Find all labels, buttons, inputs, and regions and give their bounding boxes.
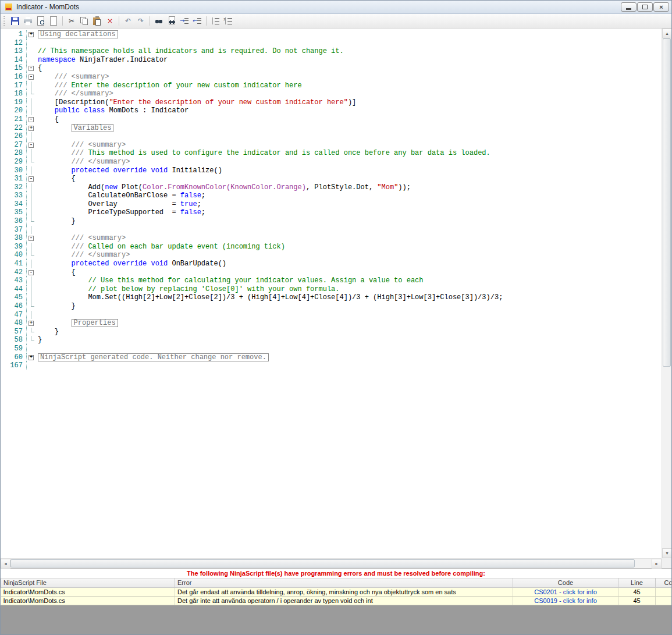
code-line[interactable]: 19 [Description("Enter the description o… — [1, 98, 662, 107]
code-line[interactable]: 60+NinjaScript generated code. Neither c… — [1, 353, 662, 362]
code-line[interactable]: 28 /// This method is used to configure … — [1, 149, 662, 158]
code-line[interactable]: 58} — [1, 336, 662, 345]
code-line[interactable]: 37 — [1, 226, 662, 235]
column-header-column[interactable]: Column▽ — [656, 579, 672, 588]
undo-button[interactable]: ↶ — [122, 15, 134, 27]
code-line[interactable]: 16- /// <summary> — [1, 73, 662, 81]
collapse-region-icon[interactable]: - — [29, 143, 34, 148]
code-line[interactable]: 38- /// <summary> — [1, 234, 662, 243]
code-line[interactable]: 17 /// Enter the description of your new… — [1, 81, 662, 90]
code-line[interactable]: 36 } — [1, 217, 662, 226]
find-button[interactable] — [152, 15, 165, 27]
scroll-up-button[interactable]: ▴ — [662, 29, 672, 38]
code-editor[interactable]: 1+Using declarations1213// This namespac… — [1, 29, 671, 568]
code-line[interactable]: 48+ Properties — [1, 319, 662, 328]
code-line[interactable]: 20 public class MomDots : Indicator — [1, 107, 662, 115]
collapsed-region-box[interactable]: Variables — [72, 124, 114, 132]
code-line[interactable]: 42- { — [1, 268, 662, 277]
collapse-region-icon[interactable]: - — [29, 236, 34, 241]
expand-region-icon[interactable]: + — [29, 355, 34, 360]
collapse-regions-button[interactable]: ² — [222, 15, 234, 27]
expand-region-icon[interactable]: + — [29, 32, 34, 37]
indent-button[interactable]: → — [178, 15, 191, 27]
code-line[interactable]: 18 /// </summary> — [1, 90, 662, 98]
horizontal-scrollbar[interactable]: ◂ ▸ — [1, 558, 662, 568]
code-line[interactable]: 59 — [1, 345, 662, 353]
code-line[interactable]: 34 Overlay = true; — [1, 200, 662, 209]
code-line[interactable]: 22+ Variables — [1, 124, 662, 133]
code-line[interactable]: 46 } — [1, 302, 662, 311]
code-line[interactable]: 41 protected override void OnBarUpdate() — [1, 260, 662, 268]
scroll-left-button[interactable]: ◂ — [1, 559, 10, 569]
collapsed-region-box[interactable]: Properties — [72, 319, 118, 327]
expand-region-icon[interactable]: + — [29, 126, 34, 131]
error-code-link[interactable]: CS0201 - click for info — [534, 588, 597, 595]
error-row[interactable]: Indicator\MomDots.csDet går endast att a… — [1, 588, 672, 597]
code-line[interactable]: 39 /// Called on each bar update event (… — [1, 243, 662, 251]
column-header-file[interactable]: NinjaScript File — [1, 579, 175, 588]
find-in-files-button[interactable] — [165, 15, 178, 27]
redo-button[interactable]: ↷ — [134, 15, 147, 27]
collapse-region-icon[interactable]: - — [29, 117, 34, 122]
code-line[interactable]: 30 protected override void Initialize() — [1, 166, 662, 175]
error-column-cell: 13 — [656, 588, 672, 597]
line-number: 21 — [1, 115, 26, 124]
collapse-region-icon[interactable]: - — [29, 270, 34, 275]
save-button[interactable] — [9, 15, 22, 27]
expand-region-icon[interactable]: + — [29, 321, 34, 326]
vertical-scrollbar-thumb[interactable] — [663, 38, 671, 367]
column-header-line[interactable]: Line — [618, 579, 656, 588]
code-line[interactable]: 27- /// <summary> — [1, 141, 662, 150]
code-line[interactable]: 167 — [1, 361, 662, 370]
code-line[interactable]: 13// This namespace holds all indicators… — [1, 47, 662, 56]
print-preview-button[interactable] — [34, 15, 47, 27]
code-line[interactable]: 43 // Use this method for calculating yo… — [1, 276, 662, 285]
print-preview-icon — [36, 16, 45, 26]
code-line[interactable]: 15-{ — [1, 64, 662, 73]
scroll-down-button[interactable]: ▾ — [662, 548, 672, 558]
column-header-code[interactable]: Code — [513, 579, 618, 588]
maximize-button[interactable] — [637, 2, 653, 12]
code-line[interactable]: 47 — [1, 311, 662, 320]
paste-button[interactable] — [91, 15, 104, 27]
code-area[interactable]: 1+Using declarations1213// This namespac… — [1, 29, 662, 558]
code-line[interactable]: 12 — [1, 39, 662, 48]
collapse-region-icon[interactable]: - — [29, 75, 34, 80]
collapse-region-icon[interactable]: - — [29, 66, 34, 71]
error-row[interactable]: Indicator\MomDots.csDet går inte att anv… — [1, 597, 672, 605]
code-line[interactable]: 35 PriceTypeSupported = false; — [1, 208, 662, 217]
collapsed-region-box[interactable]: NinjaScript generated code. Neither chan… — [38, 353, 269, 361]
column-header-error[interactable]: Error — [175, 579, 513, 588]
horizontal-scrollbar-thumb[interactable] — [10, 559, 635, 567]
code-line[interactable]: 29 /// </summary> — [1, 158, 662, 166]
code-line[interactable]: 33 CalculateOnBarClose = false; — [1, 191, 662, 200]
code-line[interactable]: 31- { — [1, 175, 662, 183]
code-line[interactable]: 57 } — [1, 328, 662, 336]
code-line[interactable]: 14namespace NinjaTrader.Indicator — [1, 56, 662, 65]
page-setup-button[interactable] — [47, 15, 60, 27]
print-button[interactable] — [22, 15, 34, 27]
delete-button[interactable]: × — [104, 15, 116, 27]
collapsed-region-box[interactable]: Using declarations — [38, 30, 118, 38]
error-code-link[interactable]: CS0019 - click for info — [534, 597, 597, 604]
outdent-button[interactable]: ← — [191, 15, 204, 27]
code-line[interactable]: 1+Using declarations — [1, 30, 662, 39]
code-line[interactable]: 44 // plot below by replacing 'Close[0]'… — [1, 285, 662, 294]
close-button[interactable]: × — [653, 2, 669, 12]
code-line[interactable]: 21- { — [1, 115, 662, 124]
copy-button[interactable] — [78, 15, 91, 27]
cut-button[interactable]: ✂ — [65, 15, 78, 27]
toolbar-grip[interactable] — [3, 16, 5, 26]
toggle-outlining-button[interactable] — [209, 15, 222, 27]
code-line[interactable]: 26 — [1, 132, 662, 141]
minimize-button[interactable] — [621, 2, 637, 12]
collapse-region-icon[interactable]: - — [29, 176, 34, 182]
code-line[interactable]: 45 Mom.Set((High[2]+Low[2]+Close[2])/3 +… — [1, 293, 662, 302]
titlebar[interactable]: Indicator - MomDots × — [1, 1, 671, 14]
code-line[interactable]: 32 Add(new Plot(Color.FromKnownColor(Kno… — [1, 183, 662, 192]
code-line[interactable]: 40 /// </summary> — [1, 251, 662, 260]
vertical-scrollbar[interactable]: ▴ ▾ — [662, 29, 671, 558]
maximize-icon — [642, 5, 648, 9]
code-text: NinjaScript generated code. Neither chan… — [35, 353, 662, 362]
scroll-right-button[interactable]: ▸ — [652, 559, 662, 569]
